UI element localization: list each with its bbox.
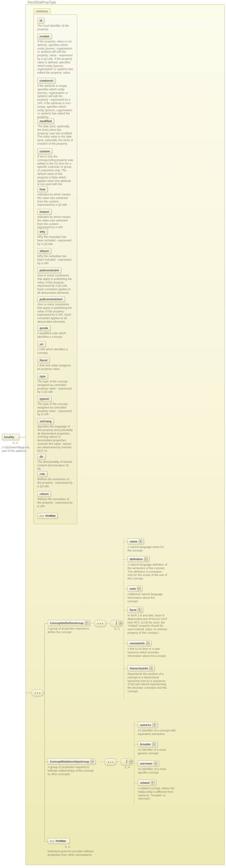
- cdg-child-note: note: [128, 586, 142, 592]
- expand-icon: [139, 539, 142, 543]
- concept-definition-group: ConceptDefinitionGroup: [48, 620, 90, 626]
- conn-to-crg: [45, 762, 48, 762]
- cdg-choice: [110, 620, 122, 627]
- cdg-child-remoteinfo: remoteInfo: [128, 640, 151, 646]
- attr-roleuri-desc: Refines the semantics of the property - …: [37, 497, 74, 508]
- attr-modified: modified: [37, 118, 54, 124]
- attr-creator-label: creator: [39, 35, 50, 38]
- crg-child-related-desc: A related concept, where the relationshi…: [138, 787, 178, 801]
- cdg-child-def-label: definition: [130, 558, 143, 561]
- attr-type-desc: The type of the concept assigned as cont…: [37, 380, 74, 394]
- attr-type-label: type: [39, 375, 46, 378]
- c-h-remote: [123, 643, 128, 644]
- attr-literal-label: literal: [39, 359, 47, 362]
- crg-child-sameas-label: sameAs: [140, 723, 151, 726]
- conn-to-cdg: [45, 623, 48, 623]
- concept-relationships-group: ConceptRelationshipsGroup: [48, 758, 95, 765]
- cdg-child-facet: facet: [128, 607, 143, 613]
- cdg-choice-occ: 0..∞: [113, 627, 122, 630]
- cdg-child-name-label: name: [130, 540, 138, 543]
- expand-icon: [152, 742, 156, 746]
- cdg-child-hier-desc: Represents the position of a concept in …: [128, 672, 169, 693]
- attr-qcode-label: qcode: [39, 327, 48, 330]
- cdg-desc: A group of properties required to define…: [48, 627, 93, 634]
- cdg-child-note-label: note: [130, 587, 136, 590]
- attr-how-label: how: [39, 188, 46, 191]
- attr-literal-desc: A free-text value assigned as property v…: [37, 364, 74, 371]
- root-desc: A city/town/village etc. part of the add…: [2, 446, 34, 453]
- conn-crg-comp-out: [116, 762, 120, 762]
- attr-whyuri-desc: Why the metadata has been included - exp…: [37, 254, 74, 265]
- attr-pubconstrainturi: pubconstrainturi: [37, 296, 65, 302]
- attr-role: role: [37, 471, 47, 477]
- cdg-child-remote-label: remoteInfo: [130, 642, 145, 645]
- attr-xmllang-desc: Specifies the language of this property …: [37, 425, 74, 453]
- bottom-any: any ##other: [48, 838, 70, 844]
- root-occ: 0..∞: [11, 441, 19, 444]
- attr-custom-label: custom: [39, 150, 50, 153]
- attr-pubconstraint: pubconstraint: [37, 267, 61, 273]
- crg-child-broader-desc: An identifier of a more generic concept.: [138, 748, 176, 755]
- cdg-child-facet-desc: In NAR 1.8 and later, facet is deprecate…: [128, 614, 167, 635]
- attr-howuri: howuri: [37, 209, 52, 215]
- crg-child-sameas-desc: An identifier of a concept with equivale…: [138, 729, 176, 736]
- attr-role-desc: Refines the semantics of the property - …: [37, 477, 74, 488]
- c-h-narrower: [134, 764, 138, 764]
- attr-creatoruri-desc: If the attribute is empty, specifies whi…: [37, 84, 74, 119]
- crg-child-related: related: [138, 780, 156, 786]
- attr-how-desc: Indicates by which means the value was e…: [37, 193, 74, 207]
- attr-creator: creator: [37, 33, 52, 39]
- cdg-child-hierarchyinfo: hierarchyInfo: [128, 665, 154, 671]
- crg-label: ConceptRelationshipsGroup: [50, 760, 89, 763]
- conn-to-bottom-any: [45, 841, 48, 842]
- c-h-name: [123, 541, 128, 542]
- attr-roleuri-label: roleuri: [39, 492, 49, 496]
- crg-choice-occ: 0..∞: [123, 766, 132, 769]
- crg-desc: A group of properties required to indica…: [48, 766, 96, 776]
- crg-child-sameas: sameAs: [138, 722, 158, 728]
- main-sequence: [31, 689, 44, 696]
- root-element: locality: [2, 434, 19, 440]
- conn-crg-to-comp: [100, 762, 104, 762]
- attr-literal: literal: [37, 358, 50, 363]
- attr-uri-label: uri: [39, 343, 44, 346]
- bottom-any-occ: 0..∞: [63, 845, 72, 848]
- attr-any-other-ns: ##other: [46, 514, 56, 517]
- cdg-child-facet-label: facet: [130, 608, 137, 612]
- attr-roleuri: roleuri: [37, 491, 51, 497]
- attr-modified-desc: The date (and, optionally, the time) whe…: [37, 125, 74, 146]
- attr-why: why: [37, 229, 48, 235]
- attr-xmllang-label: xml:lang: [39, 420, 52, 423]
- attr-creatoruri: creatoruri: [37, 78, 55, 84]
- cdg-child-name-desc: A natural language name for the concept.: [128, 545, 166, 552]
- attr-typeuri: typeuri: [37, 396, 52, 402]
- cdg-child-remote-desc: A link to an item or a web resource whic…: [128, 647, 167, 657]
- attr-dir-desc: The directionality of textual content (e…: [37, 460, 74, 470]
- cdg-sequence: [94, 620, 106, 627]
- cdg-label: ConceptDefinitionGroup: [50, 621, 84, 625]
- cdg-child-name: name: [128, 538, 144, 545]
- attr-whyuri-label: whyuri: [39, 249, 49, 253]
- conn-seq-vert: [45, 623, 45, 842]
- attr-xmllang: xml:lang: [37, 418, 54, 424]
- cdg-child-def-desc: A natural language definition of the sem…: [128, 563, 167, 580]
- attr-qcode: qcode: [37, 325, 51, 331]
- crg-child-narrower-desc: An identifier of a more specific concept…: [138, 767, 176, 774]
- attr-modified-label: modified: [39, 120, 52, 123]
- attr-custom: custom: [37, 149, 52, 154]
- attr-why-desc: Why the metadata has been included - exp…: [37, 235, 74, 246]
- crg-child-related-label: related: [140, 781, 150, 784]
- conn-cdg-children-v: [123, 538, 124, 699]
- attr-pubconstrainturi-desc: One or many constraints that apply to pu…: [37, 303, 74, 323]
- attr-pubconstraint-label: pubconstraint: [39, 269, 59, 272]
- cdg-child-note-desc: Additional natural language information …: [128, 593, 166, 603]
- crg-choice: [120, 758, 133, 766]
- expand-icon: [151, 781, 154, 784]
- attr-howuri-desc: Indicates by which means the value was e…: [37, 215, 74, 229]
- attr-id-label: id: [39, 19, 42, 22]
- attr-pubconstrainturi-label: pubconstrainturi: [39, 298, 63, 301]
- crg-child-broader-label: broader: [140, 743, 151, 746]
- attr-howuri-label: howuri: [39, 210, 49, 213]
- root-element-label: locality: [4, 435, 14, 439]
- expand-icon: [144, 557, 148, 561]
